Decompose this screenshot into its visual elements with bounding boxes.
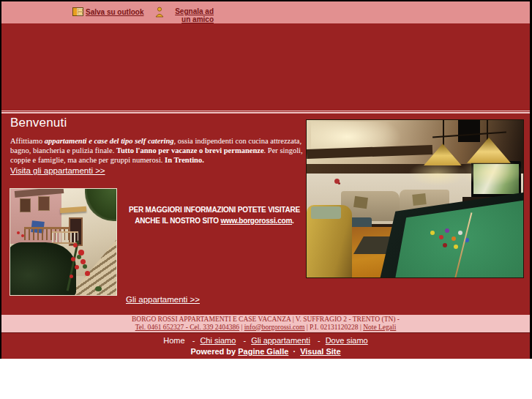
borgorossi-site-link[interactable]: www.borgorossi.com: [220, 217, 292, 225]
powered-by-label: Powered by: [190, 347, 236, 356]
save-to-outlook-link[interactable]: Salva su outlook: [86, 8, 143, 16]
bottom-bar: Home - Chi siamo - Gli appartamenti - Do…: [1, 333, 530, 359]
intro-highlight-bold: Tutto l'anno per vacanze o brevi permane…: [116, 146, 264, 154]
promo-line-2: ANCHE IL NOSTRO SITO www.borgorossi.com.: [119, 215, 310, 226]
nav-separator: -: [192, 336, 195, 345]
intro-trentino-bold: In Trentino.: [165, 156, 204, 164]
outlook-icon[interactable]: [72, 7, 83, 16]
tell-a-friend-icon[interactable]: [155, 7, 164, 18]
contacts-separator: |: [360, 324, 361, 331]
visit-apartments-link[interactable]: Visita gli appartamenti >>: [10, 166, 105, 175]
phone-link[interactable]: Tel. 0461 652327 - Cel. 339 2404386: [135, 324, 239, 331]
address-band: BORGO ROSSI APPARTAMENTI E CASE VACANZA …: [1, 315, 530, 333]
page-title: Benvenuti: [10, 116, 67, 130]
site-frame: Salva su outlook Segnala ad un amico Ben…: [0, 0, 532, 359]
nav-gli-appartamenti[interactable]: Gli appartamenti: [251, 336, 310, 345]
contacts-separator: |: [307, 324, 308, 331]
main-content: Benvenuti Affittiamo appartamenti e case…: [1, 114, 530, 315]
nav-chi-siamo[interactable]: Chi siamo: [200, 336, 236, 345]
promo-line-1: PER MAGGIORI INFORMAZIONI POTETE VISITAR…: [119, 204, 310, 215]
intro-highlight-italic: appartamenti e case del tipo self cateri…: [45, 137, 174, 145]
nav-separator: -: [243, 336, 246, 345]
billiard-room-photo: [306, 119, 524, 278]
pagine-gialle-link[interactable]: Pagine Gialle: [238, 347, 288, 356]
powered-separator: ·: [293, 347, 296, 356]
nav-home[interactable]: Home: [163, 336, 184, 345]
powered-by-line: Powered by Pagine Gialle · Visual Site: [1, 345, 530, 356]
intro-text: Affittiamo: [10, 137, 45, 145]
address-line: BORGO ROSSI APPARTAMENTI E CASE VACANZA …: [1, 316, 530, 324]
bottom-nav: Home - Chi siamo - Gli appartamenti - Do…: [1, 333, 530, 345]
photo-foliage: [10, 242, 76, 297]
header-banner: [1, 23, 530, 110]
intro-paragraph: Affittiamo appartamenti e case del tipo …: [10, 136, 306, 165]
legal-notes-link[interactable]: Note Legali: [363, 324, 396, 331]
nav-separator: -: [318, 336, 321, 345]
tell-a-friend-link[interactable]: Segnala ad un amico: [165, 7, 214, 23]
nav-dove-siamo[interactable]: Dove siamo: [326, 336, 368, 345]
vat-number: P.I. 02131120228: [310, 324, 358, 331]
contacts-separator: |: [241, 324, 242, 331]
email-link[interactable]: info@borgorossi.com: [244, 324, 305, 331]
contacts-line: Tel. 0461 652327 - Cel. 339 2404386 | in…: [1, 324, 530, 332]
visual-site-link[interactable]: Visual Site: [300, 347, 340, 356]
top-utility-bar: Salva su outlook Segnala ad un amico: [1, 1, 530, 23]
apartments-link[interactable]: Gli appartamenti >>: [126, 295, 200, 304]
courtyard-photo: [10, 188, 117, 296]
promo-text: PER MAGGIORI INFORMAZIONI POTETE VISITAR…: [119, 204, 310, 226]
